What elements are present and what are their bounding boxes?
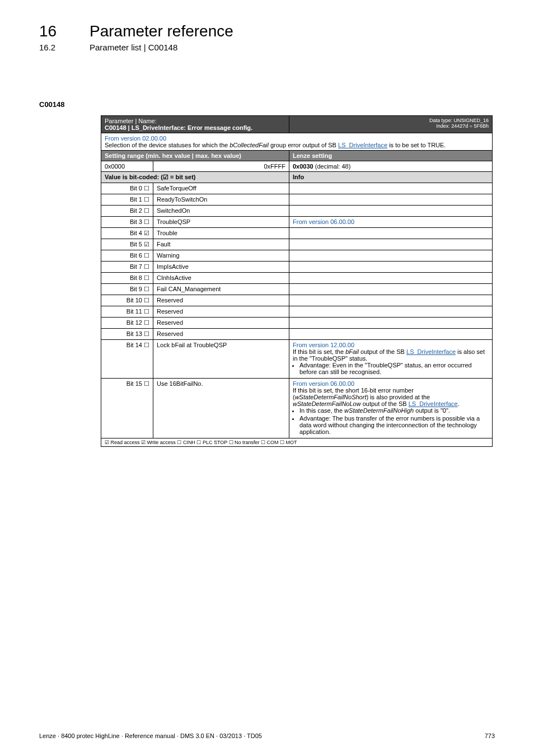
txt-ital: wStateDetermFailNoLow (293, 400, 361, 407)
bit-info (289, 329, 493, 340)
bit-label: Bit 3 ☐ (101, 217, 153, 228)
desc-ital: bCollectedFail (229, 142, 269, 148)
bit-info (289, 295, 493, 306)
bit-info (289, 262, 493, 273)
txt-ital: bFail (345, 348, 359, 355)
param-datatype: Data type: UNSIGNED_16 (429, 118, 489, 123)
bit-info (289, 206, 493, 217)
bit-name: Fail CAN_Management (153, 284, 289, 295)
bit-label: Bit 5 ☑ (101, 239, 153, 250)
bit-info: From version 06.00.00 (289, 217, 493, 228)
param-datatype-cell: Data type: UNSIGNED_16 Index: 24427d = 5… (289, 116, 493, 133)
txt: output is "0". (414, 407, 450, 414)
param-header-cell: Parameter | Name: C00148 | LS_DriveInter… (101, 116, 289, 133)
bit-name: ImpIsActive (153, 262, 289, 273)
bit-info (289, 239, 493, 250)
bit15-bullet2: Advantage: The bus transfer of the error… (299, 415, 489, 435)
bit-label: Bit 7 ☐ (101, 262, 153, 273)
desc-mid: group error output of SB (269, 142, 338, 148)
bit-name: ReadyToSwitchOn (153, 194, 289, 206)
bit-info (289, 228, 493, 239)
footer-left: Lenze · 8400 protec HighLine · Reference… (39, 732, 262, 739)
bit-label: Bit 2 ☐ (101, 206, 153, 217)
bit-name: Fault (153, 239, 289, 250)
param-index: Index: 24427d = 5F6Bh (436, 123, 489, 129)
range-max: 0xFFFF (153, 161, 289, 172)
txt: In this case, the (299, 407, 344, 414)
setting-range-header: Setting range (min. hex value | max. hex… (101, 151, 289, 161)
bitcoded-header: Value is bit-coded: (☑ = bit set) (101, 172, 289, 183)
param-name-label: Parameter | Name: (105, 118, 157, 124)
default-dec: (decimal: 48) (313, 163, 351, 170)
default-value: 0x0030 (decimal: 48) (289, 161, 493, 172)
bit-name: Trouble (153, 228, 289, 239)
bit-label: Bit 14 ☐ (101, 340, 153, 379)
txt-ital: wStateDetermFailNoShort (295, 394, 367, 400)
link[interactable]: LS_DriveInterface (409, 400, 458, 407)
param-code-heading: C00148 (39, 100, 495, 109)
range-min: 0x0000 (101, 161, 153, 172)
access-flags: ☑ Read access ☑ Write access ☐ CINH ☐ PL… (101, 438, 493, 447)
desc-text: Selection of the device statuses for whi… (105, 142, 446, 148)
bit-name: TroubleQSP (153, 217, 289, 228)
bit-name: Reserved (153, 318, 289, 329)
bit-info (289, 250, 493, 262)
lenze-setting-header: Lenze setting (289, 151, 493, 161)
desc-link[interactable]: LS_DriveInterface (338, 142, 387, 148)
bit15-bullet1: In this case, the wStateDetermFailNoHigh… (299, 407, 489, 414)
link[interactable]: LS_DriveInterface (406, 348, 456, 355)
bit14-text: If this bit is set, the bFail output of … (293, 348, 485, 362)
txt: . (458, 400, 460, 407)
desc-post: is to be set to TRUE. (387, 142, 446, 148)
bit-name: SwitchedOn (153, 206, 289, 217)
txt: output of the SB (361, 400, 409, 407)
bit-info (289, 273, 493, 284)
bit14-info: From version 12.00.00 If this bit is set… (289, 340, 493, 379)
txt: If this bit is set, the (293, 348, 345, 355)
bit-name: Reserved (153, 295, 289, 306)
desc-pre: Selection of the device statuses for whi… (105, 142, 229, 148)
bit-label: Bit 9 ☐ (101, 284, 153, 295)
param-name-value: C00148 | LS_DriveInterface: Error messag… (105, 124, 252, 131)
bit-name: Warning (153, 250, 289, 262)
bit-name: SafeTorqueOff (153, 183, 289, 194)
bit-name: Lock bFail at TroubleQSP (153, 340, 289, 379)
bit-label: Bit 0 ☐ (101, 183, 153, 194)
txt-ital: wStateDetermFailNoHigh (344, 407, 414, 414)
bit-info (289, 284, 493, 295)
bit-label: Bit 13 ☐ (101, 329, 153, 340)
txt: ) is also provided at the (366, 394, 430, 400)
bit-label: Bit 10 ☐ (101, 295, 153, 306)
chapter-number: 16 (39, 22, 73, 40)
bit-label: Bit 4 ☑ (101, 228, 153, 239)
param-desc-cell: From version 02.00.00 Selection of the d… (101, 133, 493, 151)
default-hex: 0x0030 (293, 163, 313, 170)
bit-label: Bit 11 ☐ (101, 306, 153, 318)
bit-name: Use 16BitFailNo. (153, 379, 289, 438)
from-version-top: From version 02.00.00 (105, 135, 166, 142)
bit-label: Bit 15 ☐ (101, 379, 153, 438)
info-header: Info (289, 172, 493, 183)
bit15-info: From version 06.00.00 If this bit is set… (289, 379, 493, 438)
section-title: Parameter list | C00148 (90, 43, 177, 52)
bit-label: Bit 8 ☐ (101, 273, 153, 284)
bit-info (289, 306, 493, 318)
parameter-table: Parameter | Name: C00148 | LS_DriveInter… (101, 115, 493, 447)
footer-page-number: 773 (485, 732, 495, 739)
bit-info (289, 318, 493, 329)
bit-name: Reserved (153, 329, 289, 340)
bit14-bullet: Advantage: Even in the "TroubleQSP" stat… (299, 362, 489, 375)
divider-dashes: _ _ _ _ _ _ _ _ _ _ _ _ _ _ _ _ _ _ _ _ … (39, 74, 495, 83)
bit15-text: If this bit is set, the short 16-bit err… (293, 387, 460, 407)
bit-label: Bit 12 ☐ (101, 318, 153, 329)
bit-name: Reserved (153, 306, 289, 318)
from-version: From version 06.00.00 (293, 380, 354, 387)
bit-label: Bit 1 ☐ (101, 194, 153, 206)
bit-info (289, 194, 493, 206)
bit-info (289, 183, 493, 194)
bit-name: CInhIsActive (153, 273, 289, 284)
bit-label: Bit 6 ☐ (101, 250, 153, 262)
txt: output of the SB (359, 348, 406, 355)
chapter-title: Parameter reference (90, 22, 233, 40)
from-version: From version 12.00.00 (293, 342, 354, 348)
